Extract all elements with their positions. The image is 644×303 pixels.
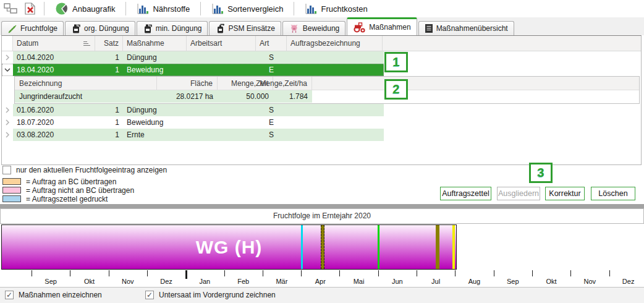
untersaat-checkbox-label: Untersaat im Vordergrund zeichnen <box>159 291 276 299</box>
korrektur-button[interactable]: Korrektur <box>545 187 585 200</box>
cell-datum: 03.08.2020 <box>13 130 95 139</box>
callout-2: 2 <box>384 79 408 100</box>
hierarchy-button[interactable] <box>0 1 21 17</box>
tab-label: Beweidung <box>303 24 339 33</box>
detail-column-menge-zeit-ha: Menge,Zeit/ha <box>273 77 312 90</box>
expand-cell[interactable] <box>2 51 13 64</box>
month-label: Jul <box>431 278 440 285</box>
legend-swatch-orange <box>2 178 21 185</box>
month-tick <box>224 270 225 276</box>
filter-checkbox[interactable]: ✓ <box>2 166 11 174</box>
month-tick <box>570 270 571 276</box>
month-label: Nov <box>122 278 134 285</box>
table-row[interactable]: 01.06.2020 1 Düngung S <box>2 104 384 116</box>
filter-row: ✓ nur den aktuellen Fruchtfolgeeintrag a… <box>2 166 167 174</box>
expand-cell[interactable] <box>2 129 13 141</box>
cell-satz: 1 <box>95 106 123 114</box>
legend-item: = Auftragszettel gedruckt <box>2 195 134 203</box>
check-icon: ✓ <box>6 291 12 299</box>
untersaat-checkbox[interactable]: ✓ <box>145 291 154 299</box>
toolbar-item-anbaugrafik[interactable]: Anbaugrafik <box>49 1 121 17</box>
tab-org-duengung[interactable]: org. Düngung <box>65 21 135 35</box>
toolbar-item-sortenvergleich[interactable]: Sortenvergleich <box>205 1 289 17</box>
massnahmen-checkbox-label: Maßnahmen einzeichnen <box>19 291 102 299</box>
cell-art: S <box>256 130 287 139</box>
month-label: Apr <box>315 278 326 285</box>
month-tick <box>532 270 533 276</box>
month-axis: SepOktNovDezJanFebMärAprMaiJunJulAugSepO… <box>0 270 644 287</box>
detail-cell-flaeche: 28.0217 ha <box>157 92 218 101</box>
toolbar-item-naehrstoffe[interactable]: Nährstoffe <box>130 1 196 17</box>
untersaat-option: ✓ Untersaat im Vordergrund zeichnen <box>145 291 276 299</box>
detail-row[interactable]: Jungrinderaufzucht 28.0217 ha 50.000 1.7… <box>15 90 639 103</box>
main-toolbar: Anbaugrafik Nährstoffe Sortenvergleich F… <box>0 0 644 17</box>
delete-document-button[interactable] <box>21 1 40 17</box>
column-header-auftragsbezeichnung[interactable]: Auftragsbezeichnung <box>287 36 383 51</box>
table-row[interactable]: 01.04.2020 1 Düngung S <box>2 51 384 64</box>
expand-cell[interactable] <box>2 116 13 129</box>
column-header-satz[interactable]: Satz <box>95 36 123 51</box>
event-line <box>301 225 303 269</box>
month-label: Okt <box>84 278 95 285</box>
tractor-icon <box>353 22 366 33</box>
month-tick <box>32 270 32 276</box>
tab-label: min. Düngung <box>156 24 202 33</box>
table-row[interactable]: 03.08.2020 1 Ernte S <box>2 129 384 141</box>
chevron-right-icon <box>5 107 10 113</box>
column-label: Art <box>260 39 269 48</box>
tab-fruchtfolge[interactable]: Fruchtfolge <box>1 21 64 35</box>
month-label: Mär <box>276 278 287 285</box>
event-line <box>452 225 455 269</box>
chart-title: Fruchtfolge im Erntejahr 2020 <box>0 208 644 224</box>
column-header-art[interactable]: Art <box>256 36 287 51</box>
tab-beweidung[interactable]: Beweidung <box>282 21 345 35</box>
auftragszettel-button[interactable]: Auftragszettel <box>440 187 491 200</box>
month-tick <box>147 270 148 276</box>
tab-min-duengung[interactable]: min. Düngung <box>137 21 208 35</box>
legend-item: = Auftrag an BC übertragen <box>2 177 134 186</box>
cell-art: S <box>256 53 287 62</box>
pie-chart-icon <box>55 2 69 15</box>
column-header-arbeitsart[interactable]: Arbeitsart <box>187 36 256 51</box>
toolbar-separator <box>200 2 201 15</box>
month-tick <box>609 270 610 276</box>
column-header-datum[interactable]: Datum <box>13 36 95 51</box>
detail-cell-menge-zeit: 50.000 <box>218 92 273 101</box>
list-icon <box>425 23 433 33</box>
sort-ascending-icon[interactable] <box>83 40 91 46</box>
toolbar-item-label: Anbaugrafik <box>72 4 115 14</box>
month-tick <box>417 270 417 276</box>
crop-management-window: Anbaugrafik Nährstoffe Sortenvergleich F… <box>0 0 644 303</box>
grazing-animal-icon <box>289 24 300 33</box>
event-line <box>378 225 379 269</box>
toolbar-item-fruchtkosten[interactable]: Fruchtkosten <box>299 1 373 17</box>
collapse-cell[interactable] <box>2 64 13 76</box>
cell-art: E <box>256 66 287 74</box>
tab-label: Fruchtfolge <box>20 24 57 33</box>
massnahmen-checkbox[interactable]: ✓ <box>5 291 14 299</box>
chevron-down-icon <box>4 67 11 72</box>
column-label: Satz <box>104 39 119 48</box>
callout-1: 1 <box>384 52 408 72</box>
toolbar-item-label: Fruchtkosten <box>321 4 367 14</box>
month-label: Okt <box>546 278 556 285</box>
crop-rotation-chart: WG (H) <box>0 224 644 270</box>
loeschen-button[interactable]: Löschen <box>591 187 635 200</box>
bar-chart-icon <box>211 3 224 15</box>
tab-massnahmenuebersicht[interactable]: Maßnahmenübersicht <box>418 21 514 35</box>
section-separator <box>0 204 644 208</box>
column-header-massnahme[interactable]: Maßnahme <box>123 36 187 51</box>
filter-label: nur den aktuellen Fruchtfolgeeintrag anz… <box>16 166 167 174</box>
month-tick <box>455 270 455 276</box>
expand-cell[interactable] <box>2 104 13 116</box>
ausgliedern-button[interactable]: Ausgliedern <box>497 187 540 200</box>
tab-massnahmen[interactable]: Maßnahmen <box>347 17 417 35</box>
tab-label: Maßnahmenübersicht <box>436 24 508 33</box>
massnahmen-table: Datum Satz Maßnahme Arbeitsart Art Auftr… <box>1 35 642 165</box>
cell-art: E <box>256 118 287 127</box>
table-row[interactable]: 18.07.2020 1 Beweidung E <box>2 116 384 129</box>
tab-psm-einsaetze[interactable]: PSM Einsätze <box>209 21 281 35</box>
table-row-selected[interactable]: 18.04.2020 1 Beweidung E <box>2 64 384 76</box>
crop-bar[interactable]: WG (H) <box>1 224 457 270</box>
chevron-right-icon <box>5 54 10 61</box>
